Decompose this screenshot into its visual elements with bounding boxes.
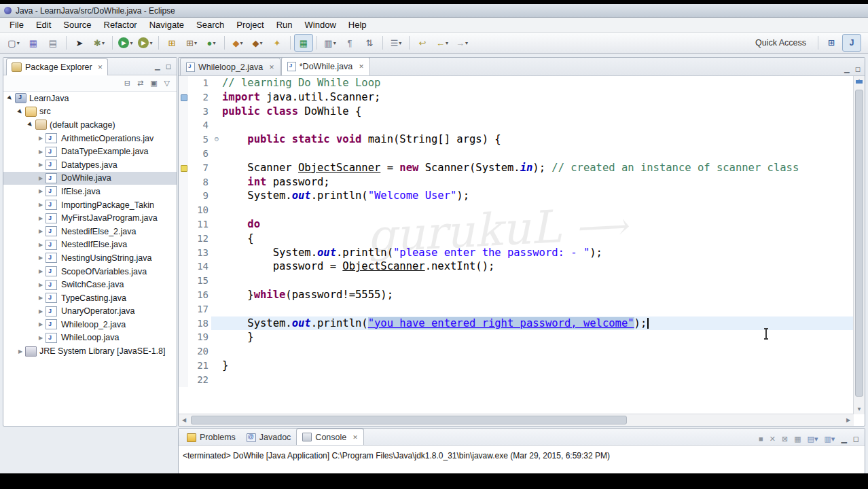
- tree-item-default-package[interactable]: ▶(default package): [3, 118, 177, 132]
- capture-button[interactable]: ▦: [294, 34, 313, 52]
- expand-arrow-icon[interactable]: ▶: [37, 135, 45, 141]
- tree-item-typecasting-java[interactable]: ▶TypeCasting.java: [3, 291, 177, 305]
- code-line-text[interactable]: [222, 274, 854, 288]
- expand-arrow-icon[interactable]: ▶: [37, 308, 45, 314]
- code-line-14[interactable]: 14 password = ObjectScanner.nextInt();: [179, 259, 854, 274]
- expand-arrow-icon[interactable]: ▶: [37, 268, 45, 274]
- open-jar-button[interactable]: ◆▾: [228, 34, 247, 52]
- code-line-21[interactable]: 21}: [179, 359, 854, 373]
- dropdown-arrow-icon[interactable]: ▾: [213, 40, 215, 46]
- code-line-text[interactable]: int password;: [222, 175, 854, 189]
- last-edit-location-button[interactable]: ↩: [413, 34, 432, 52]
- overview-marker[interactable]: [856, 80, 863, 84]
- console-tab-console[interactable]: Console✕: [296, 429, 363, 445]
- new-button[interactable]: ▢▾: [4, 34, 23, 52]
- code-line-text[interactable]: password = ObjectScanner.nextInt();: [222, 259, 854, 274]
- dropdown-arrow-icon[interactable]: ▾: [149, 40, 152, 46]
- maximize-editor-icon[interactable]: ◻: [855, 66, 861, 73]
- expand-arrow-icon[interactable]: ▶: [37, 215, 45, 221]
- expand-arrow-icon[interactable]: ▶: [37, 242, 45, 248]
- collapse-all-icon[interactable]: ⊟: [124, 79, 130, 87]
- menu-edit[interactable]: Edit: [30, 18, 57, 31]
- dropdown-arrow-icon[interactable]: ▾: [333, 40, 336, 46]
- code-line-text[interactable]: }: [222, 330, 854, 344]
- horizontal-scrollbar[interactable]: ◀ ▶: [179, 414, 854, 426]
- tree-item-jre-system-library-javase-1-8[interactable]: ▶JRE System Library [JavaSE-1.8]: [3, 344, 177, 358]
- code-line-7[interactable]: 7 Scanner ObjectScanner = new Scanner(Sy…: [179, 161, 854, 175]
- focus-icon[interactable]: ▣: [150, 79, 157, 87]
- view-menu-icon[interactable]: ▽: [164, 79, 170, 87]
- code-line-5[interactable]: 5⊖ public static void main(String[] args…: [179, 132, 854, 147]
- code-line-text[interactable]: {: [222, 232, 854, 246]
- tree-item-importingpackage-takin[interactable]: ▶ImportingPackage_Takin: [3, 198, 177, 212]
- code-line-8[interactable]: 8 int password;: [179, 175, 854, 189]
- tree-item-ifelse-java[interactable]: ▶IfElse.java: [3, 185, 177, 198]
- code-line-1[interactable]: 1// learning Do While Loop: [179, 76, 854, 90]
- scroll-right-icon[interactable]: ▶: [843, 417, 854, 423]
- expand-arrow-icon[interactable]: ▶: [37, 255, 45, 261]
- java-perspective-button[interactable]: J: [842, 34, 861, 52]
- tree-item-learnjava[interactable]: ▶LearnJava: [3, 92, 177, 105]
- clear-console-icon[interactable]: ▦: [794, 435, 801, 443]
- code-line-text[interactable]: }while(password!=5555);: [222, 288, 854, 302]
- expand-arrow-icon[interactable]: ▶: [37, 188, 45, 194]
- code-line-12[interactable]: 12 {: [179, 232, 854, 246]
- menu-source[interactable]: Source: [57, 18, 97, 31]
- tree-item-unaryoperator-java[interactable]: ▶UnaryOperator.java: [3, 305, 177, 319]
- code-line-text[interactable]: }: [222, 359, 854, 373]
- code-line-text[interactable]: public class DoWhile {: [222, 105, 854, 119]
- console-maximize-icon[interactable]: ◻: [853, 435, 859, 443]
- minimize-editor-icon[interactable]: ▁: [844, 66, 850, 73]
- console-tab-javadoc[interactable]: Javadoc: [241, 430, 297, 445]
- menu-search[interactable]: Search: [190, 18, 230, 31]
- code-line-text[interactable]: System.out.println("you have entered rig…: [222, 316, 854, 331]
- code-line-4[interactable]: 4: [179, 118, 854, 132]
- tree-item-src[interactable]: ▶src: [3, 105, 177, 119]
- open-console-view-button[interactable]: ▥▾: [321, 34, 340, 52]
- close-tab-icon[interactable]: ✕: [359, 63, 364, 70]
- code-line-11[interactable]: 11 do: [179, 217, 854, 232]
- menu-window[interactable]: Window: [299, 18, 342, 31]
- dropdown-arrow-icon[interactable]: ▾: [259, 40, 262, 46]
- code-line-19[interactable]: 19 }: [179, 330, 854, 344]
- link-with-editor-icon[interactable]: ⇄: [137, 79, 143, 87]
- tree-item-switchcase-java[interactable]: ▶SwitchCase.java: [3, 278, 177, 291]
- close-tab-icon[interactable]: ✕: [352, 434, 358, 441]
- code-line-text[interactable]: [222, 203, 854, 217]
- code-line-9[interactable]: 9 System.out.println("Welcome User");: [179, 189, 854, 203]
- console-tab-problems[interactable]: Problems: [181, 430, 241, 445]
- code-line-text[interactable]: // learning Do While Loop: [222, 76, 854, 90]
- tree-item-myfirstjavaprogram-java[interactable]: ▶MyFirstJavaProgram.java: [3, 211, 177, 225]
- dropdown-arrow-icon[interactable]: ▾: [17, 40, 20, 46]
- code-line-6[interactable]: 6: [179, 147, 854, 161]
- tree-item-nestedifelse-java[interactable]: ▶NestedIfElse.java: [3, 238, 177, 252]
- annotation-marker-icon[interactable]: [181, 165, 187, 172]
- expand-arrow-icon[interactable]: ▶: [37, 321, 45, 327]
- expand-arrow-icon[interactable]: ▶: [16, 348, 24, 355]
- editor-tab-dowhile-java[interactable]: *DoWhile.java✕: [281, 57, 370, 75]
- remove-launch-icon[interactable]: ✕: [770, 435, 776, 443]
- vertical-scrollbar[interactable]: ▲ ▼: [853, 76, 865, 414]
- vertical-scroll-thumb[interactable]: [855, 90, 863, 397]
- tree-item-scopeofvariables-java[interactable]: ▶ScopeOfVariables.java: [3, 265, 177, 278]
- remove-all-terminated-icon[interactable]: ⊠: [782, 435, 788, 443]
- tree-item-datatypeexample-java[interactable]: ▶DataTypeExample.java: [3, 145, 177, 158]
- search-button[interactable]: ✦: [268, 34, 287, 52]
- code-line-text[interactable]: System.out.println("Welcome User");: [222, 189, 854, 203]
- tree-item-datatypes-java[interactable]: ▶Datatypes.java: [3, 158, 177, 172]
- code-line-text[interactable]: [222, 118, 854, 132]
- code-line-2[interactable]: 2import java.util.Scanner;: [179, 90, 854, 105]
- fold-column[interactable]: ⊖: [211, 132, 222, 147]
- menu-navigate[interactable]: Navigate: [143, 18, 190, 31]
- settings-button[interactable]: ✱▾: [90, 34, 109, 52]
- expand-arrow-icon[interactable]: ▶: [37, 175, 45, 181]
- show-whitespace-button[interactable]: ¶: [340, 34, 359, 52]
- scroll-left-icon[interactable]: ◀: [179, 417, 189, 423]
- code-line-22[interactable]: 22: [179, 373, 854, 387]
- forward-button[interactable]: →▾: [452, 34, 471, 52]
- collapse-arrow-icon[interactable]: ▶: [5, 93, 16, 103]
- save-button[interactable]: ▦: [24, 34, 43, 52]
- close-icon[interactable]: ✕: [98, 64, 103, 71]
- dropdown-arrow-icon[interactable]: ▾: [240, 40, 242, 46]
- tree-item-dowhile-java[interactable]: ▶DoWhile.java: [3, 172, 177, 185]
